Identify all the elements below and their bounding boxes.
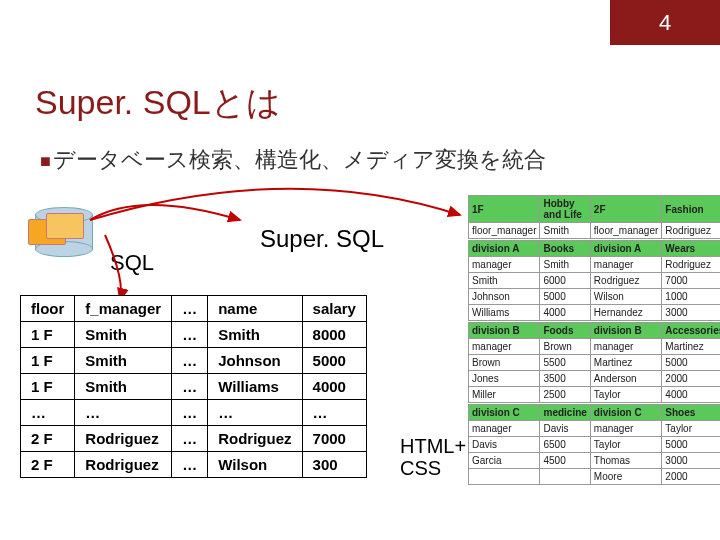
table-cell: 4000 xyxy=(302,374,366,400)
div-mgr: Davis xyxy=(540,421,590,437)
htmlcss-line1: HTML+ xyxy=(400,435,466,457)
emp-name: Moore xyxy=(590,469,661,485)
table-cell: … xyxy=(75,400,172,426)
flat-sql-table: floorf_manager…namesalary 1 FSmith…Smith… xyxy=(20,295,367,478)
table-header: f_manager xyxy=(75,296,172,322)
page-number: 4 xyxy=(610,0,720,45)
table-cell: 1 F xyxy=(21,348,75,374)
table-cell: … xyxy=(172,322,208,348)
table-cell: Smith xyxy=(75,322,172,348)
div-mgr-label: manager xyxy=(590,339,661,355)
square-bullet-icon: ■ xyxy=(40,151,51,171)
table-cell: 5000 xyxy=(302,348,366,374)
table-cell: 300 xyxy=(302,452,366,478)
emp-salary: 7000 xyxy=(662,273,720,289)
emp-salary: 6500 xyxy=(540,437,590,453)
table-cell: 2 F xyxy=(21,426,75,452)
emp-name: Rodriguez xyxy=(590,273,661,289)
emp-salary: 4500 xyxy=(540,453,590,469)
table-header: … xyxy=(172,296,208,322)
emp-name: Johnson xyxy=(469,289,540,305)
emp-name: Taylor xyxy=(590,437,661,453)
table-cell: … xyxy=(21,400,75,426)
emp-name: Hernandez xyxy=(590,305,661,321)
division-label: division B xyxy=(469,323,540,339)
table-cell: 1 F xyxy=(21,374,75,400)
structured-output-panel: 1FHobby and Life2FFashionfloor_managerSm… xyxy=(468,195,708,485)
table-cell: Rodriguez xyxy=(75,426,172,452)
division-label: division B xyxy=(590,323,661,339)
div-mgr: Rodriguez xyxy=(662,257,720,273)
emp-name: Davis xyxy=(469,437,540,453)
bullet-text: データベース検索、構造化、メディア変換を統合 xyxy=(53,147,546,172)
emp-name: Miller xyxy=(469,387,540,403)
bullet-line: ■データベース検索、構造化、メディア変換を統合 xyxy=(40,145,546,175)
table-row: …………… xyxy=(21,400,367,426)
div-mgr: Martinez xyxy=(662,339,720,355)
division-name: Accessories xyxy=(662,323,720,339)
supersql-label: Super. SQL xyxy=(260,225,384,253)
emp-salary xyxy=(540,469,590,485)
div-mgr-label: manager xyxy=(590,257,661,273)
emp-salary: 4000 xyxy=(662,387,720,403)
floor-desc: Fashion xyxy=(662,196,720,223)
table-cell: Smith xyxy=(208,322,302,348)
division-label: division A xyxy=(469,241,540,257)
emp-salary: 5500 xyxy=(540,355,590,371)
emp-salary: 5000 xyxy=(662,355,720,371)
division-name: medicine xyxy=(540,405,590,421)
table-cell: … xyxy=(172,348,208,374)
emp-salary: 2000 xyxy=(662,469,720,485)
emp-name: Smith xyxy=(469,273,540,289)
table-cell: Smith xyxy=(75,348,172,374)
emp-name: Garcia xyxy=(469,453,540,469)
table-header: salary xyxy=(302,296,366,322)
division-label: division C xyxy=(469,405,540,421)
table-row: 1 FSmith…Williams4000 xyxy=(21,374,367,400)
table-cell: Rodriguez xyxy=(75,452,172,478)
table-cell: … xyxy=(302,400,366,426)
database-icon xyxy=(28,195,100,265)
division-name: Shoes xyxy=(662,405,720,421)
floor-label: 1F xyxy=(469,196,540,223)
table-cell: 2 F xyxy=(21,452,75,478)
emp-salary: 6000 xyxy=(540,273,590,289)
table-cell: Williams xyxy=(208,374,302,400)
html-css-label: HTML+ CSS xyxy=(400,435,466,479)
div-mgr-label: manager xyxy=(469,339,540,355)
table-row: 2 FRodriguez…Rodriguez7000 xyxy=(21,426,367,452)
table-cell: 7000 xyxy=(302,426,366,452)
floor-desc: Hobby and Life xyxy=(540,196,590,223)
div-mgr: Brown xyxy=(540,339,590,355)
emp-name: Taylor xyxy=(590,387,661,403)
table-cell: Rodriguez xyxy=(208,426,302,452)
division-name: Wears xyxy=(662,241,720,257)
emp-salary: 3500 xyxy=(540,371,590,387)
table-row: 2 FRodriguez…Wilson300 xyxy=(21,452,367,478)
emp-name xyxy=(469,469,540,485)
div-mgr-label: manager xyxy=(590,421,661,437)
emp-salary: 5000 xyxy=(662,437,720,453)
table-cell: Smith xyxy=(75,374,172,400)
emp-name: Thomas xyxy=(590,453,661,469)
emp-salary: 2500 xyxy=(540,387,590,403)
emp-name: Wilson xyxy=(590,289,661,305)
sql-label: SQL xyxy=(110,250,154,276)
table-cell: 8000 xyxy=(302,322,366,348)
emp-salary: 3000 xyxy=(662,305,720,321)
table-cell: 1 F xyxy=(21,322,75,348)
table-cell: Johnson xyxy=(208,348,302,374)
floor-mgr-label: floor_manager xyxy=(469,223,540,239)
table-cell: … xyxy=(172,400,208,426)
division-label: division C xyxy=(590,405,661,421)
htmlcss-line2: CSS xyxy=(400,457,441,479)
emp-name: Martinez xyxy=(590,355,661,371)
emp-name: Jones xyxy=(469,371,540,387)
table-cell: … xyxy=(172,452,208,478)
emp-name: Williams xyxy=(469,305,540,321)
div-mgr: Smith xyxy=(540,257,590,273)
emp-salary: 5000 xyxy=(540,289,590,305)
emp-salary: 1000 xyxy=(662,289,720,305)
table-cell: … xyxy=(208,400,302,426)
division-name: Books xyxy=(540,241,590,257)
